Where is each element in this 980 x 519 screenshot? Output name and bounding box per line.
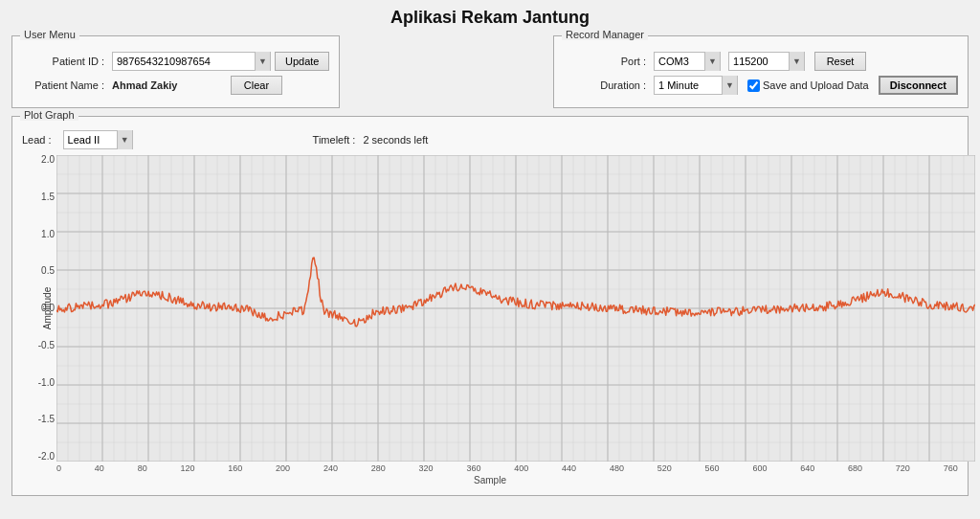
- record-manager-title: Record Manager: [562, 29, 648, 40]
- duration-arrow-icon: ▼: [722, 76, 737, 95]
- lead-select[interactable]: Lead II Lead I Lead III: [64, 134, 117, 146]
- save-upload-label: Save and Upload Data: [747, 79, 869, 92]
- ecg-chart: [56, 155, 975, 462]
- baud-arrow-icon: ▼: [789, 52, 804, 71]
- reset-button[interactable]: Reset: [814, 52, 866, 71]
- lead-arrow-icon: ▼: [117, 130, 132, 149]
- clear-button[interactable]: Clear: [231, 76, 282, 95]
- plot-graph-panel: Plot Graph Lead : Lead II Lead I Lead II…: [11, 116, 969, 496]
- lead-select-wrapper: Lead II Lead I Lead III ▼: [63, 130, 133, 149]
- x-axis-label: Sample: [22, 475, 958, 485]
- baud-select-wrapper: 115200 9600 57600 ▼: [728, 52, 805, 71]
- timeleft-value: 2 seconds left: [363, 134, 428, 146]
- duration-select[interactable]: 1 Minute 2 Minutes 5 Minutes: [655, 79, 722, 91]
- port-arrow-icon: ▼: [704, 52, 720, 71]
- patient-id-input-wrapper: ▼: [112, 52, 271, 71]
- lead-label: Lead :: [22, 134, 56, 146]
- plot-graph-title: Plot Graph: [20, 109, 78, 121]
- port-label: Port :: [564, 56, 650, 67]
- patient-name-label: Patient Name :: [22, 79, 108, 91]
- update-button[interactable]: Update: [275, 52, 329, 71]
- duration-label: Duration :: [564, 79, 650, 91]
- disconnect-button[interactable]: Disconnect: [879, 76, 958, 95]
- patient-name-value: Ahmad Zakiy: [112, 79, 227, 91]
- patient-id-input[interactable]: [113, 54, 255, 69]
- record-manager-panel: Record Manager Port : COM3 COM1 COM2 ▼ 1…: [553, 35, 969, 108]
- patient-id-arrow[interactable]: ▼: [255, 52, 270, 71]
- port-select-wrapper: COM3 COM1 COM2 ▼: [654, 52, 721, 71]
- timeleft-label: Timeleft :: [313, 134, 356, 146]
- patient-id-label: Patient ID :: [22, 56, 108, 67]
- x-axis-ticks: 0408012016020024028032036040044048052056…: [56, 462, 958, 473]
- save-upload-checkbox[interactable]: [747, 79, 760, 92]
- app-title: Aplikasi Rekam Jantung: [11, 8, 969, 28]
- port-select[interactable]: COM3 COM1 COM2: [655, 56, 704, 67]
- duration-select-wrapper: 1 Minute 2 Minutes 5 Minutes ▼: [654, 76, 738, 95]
- baud-select[interactable]: 115200 9600 57600: [729, 56, 789, 67]
- user-menu-panel: User Menu Patient ID : ▼ Update Patient …: [11, 35, 340, 108]
- user-menu-title: User Menu: [20, 29, 79, 40]
- save-upload-text: Save and Upload Data: [763, 79, 869, 91]
